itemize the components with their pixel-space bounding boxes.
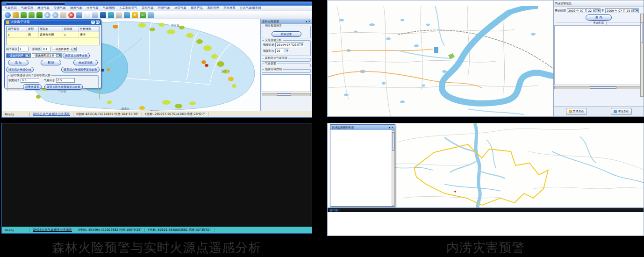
layer-select[interactable]: --请选择图层文件-- <box>32 53 62 58</box>
impact-input[interactable]: 0.1 <box>42 47 51 51</box>
dialog-icon <box>6 21 9 24</box>
image-icon[interactable] <box>148 12 154 18</box>
menu-item[interactable]: 环境气象 <box>158 6 170 10</box>
col-header[interactable]: 图层名 <box>39 27 63 32</box>
close-red-icon[interactable]: ✕ <box>68 12 74 18</box>
col-header[interactable]: 因子索引 <box>7 27 27 32</box>
date-to-select[interactable]: 2009 年 07 月 29 日 <box>605 8 639 13</box>
scale-icon[interactable] <box>92 12 98 18</box>
sidebar-vscroll[interactable] <box>640 14 644 97</box>
factor-table[interactable]: 因子索引类型图层名影响值分析维数1面森林分布图1缓冲 <box>6 26 100 45</box>
dialog-close-button[interactable]: ✕ <box>96 21 100 24</box>
print-icon[interactable] <box>116 12 122 18</box>
hand-pan-icon[interactable] <box>60 12 66 18</box>
back-arrow-icon[interactable]: ⇦ <box>140 12 146 18</box>
select-plane-icon[interactable] <box>21 12 27 18</box>
close-icon[interactable]: ✕ <box>308 20 310 23</box>
menu-item[interactable]: 气象信息 <box>5 6 17 10</box>
meteo-input[interactable]: 0.5 <box>56 78 75 83</box>
menu-item[interactable]: 气象实况 <box>21 6 33 10</box>
file-view-button[interactable]: 文件查看 <box>566 108 587 115</box>
sidebar-hscroll[interactable] <box>554 86 643 89</box>
detail-icon <box>614 110 617 113</box>
warning-query-table[interactable] <box>554 25 643 85</box>
table-row[interactable]: 1面森林分布图1缓冲 <box>7 32 99 38</box>
delete-button[interactable]: 删 除 <box>41 60 61 65</box>
layer-panel-titlebar[interactable]: 易涝监测图层列表 ▾ ✕ <box>330 125 395 130</box>
layer-vscroll[interactable] <box>392 130 395 206</box>
fire-factor-dialog[interactable]: 火险因子计算 ▬ ✕ 因子索引类型图层名影响值分析维数1面森林分布图1缓冲 因子… <box>4 19 101 88</box>
fire-panel-hscroll[interactable] <box>262 93 311 96</box>
rotate-plane-icon[interactable] <box>36 12 43 18</box>
add-button[interactable]: 添 加 <box>8 60 29 65</box>
dialog-minimize-button[interactable]: ▬ <box>91 21 95 24</box>
query-button[interactable]: 查 询 <box>586 14 612 21</box>
weight-input[interactable]: 0.5 <box>21 78 39 83</box>
window2-icon[interactable]: 2 <box>84 12 90 18</box>
block-set-button[interactable]: 图块设置 <box>272 31 301 37</box>
warn-display-button[interactable]: 设置火险等级预警显示参数 <box>44 84 83 90</box>
col-header[interactable]: 分析维数 <box>79 27 99 32</box>
weight-set-button[interactable]: 权重值设置 <box>23 84 42 90</box>
zoom-out-icon[interactable]: − <box>52 12 58 18</box>
warning-region-list[interactable] <box>262 74 311 92</box>
modify-display-button[interactable]: 修改显示值 <box>73 60 98 65</box>
sat-status-ready: Ready <box>2 228 30 232</box>
menu-item[interactable]: 水文气象 <box>86 6 99 10</box>
set-add-factor-params-button[interactable]: 设置添加因子参数 <box>63 53 90 58</box>
zoom-in-icon[interactable]: + <box>44 12 50 18</box>
full-extent-icon[interactable] <box>76 12 82 18</box>
detail-view-button[interactable]: 详情查看 <box>611 108 632 115</box>
menu-item[interactable]: 决策气象 <box>174 6 186 10</box>
window-title-tab <box>6 2 65 6</box>
chart-icon[interactable] <box>108 12 114 18</box>
status-x-coord: X坐标:421516.74718459 经度:104°15'36" <box>73 112 142 116</box>
pan-plane-icon[interactable] <box>29 12 35 18</box>
layers-icon[interactable] <box>100 12 106 18</box>
fire-panel-bottom-buttons <box>261 96 312 98</box>
globe-icon[interactable] <box>5 12 11 18</box>
set-display-params-button[interactable]: 设置综合等级因子显示参数 <box>61 67 100 72</box>
export-icon[interactable] <box>124 12 130 18</box>
fire-dialog-titlebar[interactable]: 火险因子计算 ▬ ✕ <box>5 20 101 25</box>
output-window-title: 输出窗口 <box>328 208 644 212</box>
dialog-title: 火险因子计算 <box>10 21 30 24</box>
caption-left: 森林火险预警与实时火源点遥感分析 <box>1 239 312 256</box>
satellite-image[interactable] <box>2 123 312 227</box>
file-icon <box>569 110 572 113</box>
factor-index-input[interactable]: 1 <box>18 47 29 51</box>
col-header[interactable]: 类型 <box>27 27 38 32</box>
menu-item[interactable]: 公共气象服务网 <box>240 6 261 10</box>
date-from-select[interactable]: 2009 年 07 月 22 日 <box>567 8 601 13</box>
status-system-link[interactable]: DMS公共气象服务业务系统 <box>30 112 73 116</box>
menu-item[interactable]: 雷电气象 <box>142 6 154 10</box>
menu-item[interactable]: 旅游气象 <box>70 6 82 10</box>
menu-item[interactable]: 交通气象 <box>54 6 66 10</box>
pin-icon[interactable]: ▾ <box>132 12 138 18</box>
menu-item[interactable]: 系统管理 <box>207 6 219 10</box>
menu-item[interactable]: 气象预报 <box>103 6 115 10</box>
factor-select[interactable]: --请选择因子-- <box>6 53 31 58</box>
flood-monitor-map[interactable]: 易涝监测图层列表 ▾ ✕ <box>328 123 644 208</box>
warn-time-select[interactable]: 20 <box>275 49 289 53</box>
street-map[interactable] <box>328 6 553 116</box>
measure-icon[interactable] <box>13 12 19 18</box>
collapse-icon[interactable]: ▾ <box>389 126 390 129</box>
meteo-label: 气象因子 <box>44 79 55 82</box>
status-y-coord: Y坐标:-280057.567514.083 纬度:28°6'7" <box>142 112 209 116</box>
fire-warning-panel: 森林火险预警 ▾ ✕ 图块预警设置 图块设置 火险预警分析 预警日期 2014年… <box>260 19 312 111</box>
layer-panel: 易涝监测图层列表 ▾ ✕ <box>330 124 395 207</box>
menu-item[interactable]: 服务产品 <box>191 6 203 10</box>
col-header[interactable]: 影响值 <box>63 27 79 32</box>
window-title-strip <box>2 2 312 6</box>
layer-close-icon[interactable]: ✕ <box>391 126 394 129</box>
warn-date-select[interactable]: 2014年07月23日 <box>275 43 304 47</box>
pin-icon[interactable]: ▾ <box>306 20 307 23</box>
menu-item[interactable]: 人工影响天气 <box>119 6 137 10</box>
calc-grid-button[interactable]: 计算综合等级Grid <box>6 67 34 72</box>
warn-date-label: 预警日期 <box>263 43 274 46</box>
sat-status-system-link[interactable]: DM93公共气象服务业务系统 <box>30 228 75 232</box>
menu-item[interactable]: 林业气象 <box>37 6 50 10</box>
menu-item[interactable]: 日常发布 <box>223 6 236 10</box>
type-select[interactable]: --请选择类型-- <box>52 47 77 51</box>
